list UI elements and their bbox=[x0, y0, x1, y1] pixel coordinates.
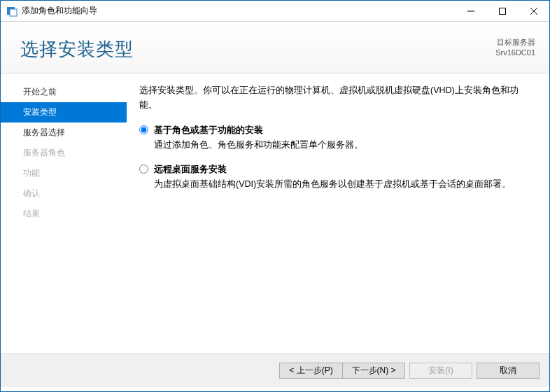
app-icon bbox=[6, 6, 17, 17]
close-button[interactable] bbox=[518, 1, 549, 22]
step-results: 结果 bbox=[1, 204, 127, 224]
step-before-you-begin[interactable]: 开始之前 bbox=[1, 82, 127, 102]
option-role-based[interactable]: 基于角色或基于功能的安装 通过添加角色、角色服务和功能来配置单个服务器。 bbox=[139, 123, 533, 153]
step-server-selection[interactable]: 服务器选择 bbox=[1, 122, 127, 143]
step-features: 功能 bbox=[1, 163, 127, 183]
step-confirmation: 确认 bbox=[1, 183, 127, 204]
maximize-button[interactable] bbox=[486, 1, 518, 22]
titlebar: 添加角色和功能向导 bbox=[1, 1, 549, 22]
option-rds-title: 远程桌面服务安装 bbox=[154, 162, 511, 177]
option-role-based-title: 基于角色或基于功能的安装 bbox=[154, 123, 363, 138]
target-label: 目标服务器 bbox=[495, 37, 535, 48]
svg-rect-1 bbox=[10, 9, 17, 16]
wizard-header: 选择安装类型 目标服务器 Srv16DC01 bbox=[1, 22, 549, 74]
intro-text: 选择安装类型。你可以在正在运行的物理计算机、虚拟机或脱机虚拟硬盘(VHD)上安装… bbox=[139, 83, 533, 113]
window-title: 添加角色和功能向导 bbox=[22, 5, 97, 17]
next-button[interactable]: 下一步(N) > bbox=[342, 363, 405, 379]
option-rds-desc: 为虚拟桌面基础结构(VDI)安装所需的角色服务以创建基于虚拟机或基于会话的桌面部… bbox=[154, 177, 511, 192]
page-heading: 选择安装类型 bbox=[20, 37, 134, 62]
svg-rect-3 bbox=[499, 8, 505, 14]
wizard-footer: < 上一步(P) 下一步(N) > 安装(I) 取消 bbox=[1, 354, 549, 387]
wizard-steps-sidebar: 开始之前 安装类型 服务器选择 服务器角色 功能 确认 结果 bbox=[1, 74, 127, 354]
step-installation-type[interactable]: 安装类型 bbox=[1, 102, 127, 122]
cancel-button[interactable]: 取消 bbox=[477, 363, 540, 379]
previous-button[interactable]: < 上一步(P) bbox=[279, 363, 342, 379]
target-server-info: 目标服务器 Srv16DC01 bbox=[495, 37, 535, 59]
option-role-based-radio[interactable] bbox=[139, 125, 148, 134]
install-button: 安装(I) bbox=[409, 363, 472, 379]
wizard-content: 选择安装类型。你可以在正在运行的物理计算机、虚拟机或脱机虚拟硬盘(VHD)上安装… bbox=[127, 74, 549, 354]
option-rds[interactable]: 远程桌面服务安装 为虚拟桌面基础结构(VDI)安装所需的角色服务以创建基于虚拟机… bbox=[139, 162, 533, 192]
option-role-based-desc: 通过添加角色、角色服务和功能来配置单个服务器。 bbox=[154, 138, 363, 153]
minimize-button[interactable] bbox=[455, 1, 486, 22]
target-server: Srv16DC01 bbox=[495, 48, 535, 58]
step-server-roles: 服务器角色 bbox=[1, 143, 127, 163]
option-rds-radio[interactable] bbox=[139, 164, 148, 174]
